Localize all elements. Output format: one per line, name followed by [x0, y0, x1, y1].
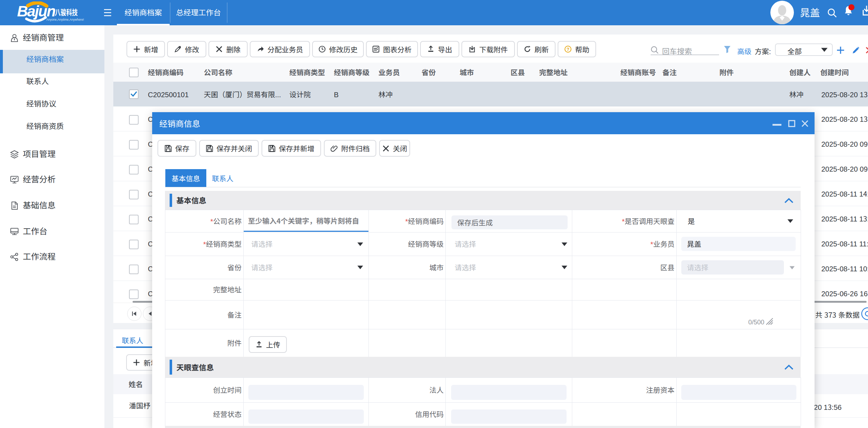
- svg-text:Bajun: Bajun: [17, 3, 55, 20]
- svg-text:?: ?: [567, 47, 569, 52]
- svg-text:Anyone,Anytime,Anywhere!: Anyone,Anytime,Anywhere!: [46, 18, 84, 21]
- svg-text:八骏科技: 八骏科技: [55, 6, 78, 17]
